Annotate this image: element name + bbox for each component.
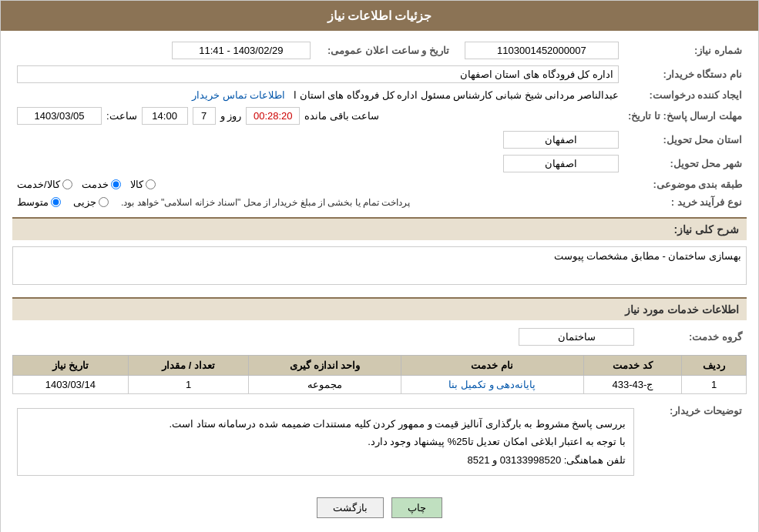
tarikhSaatElan-value: 1403/02/29 - 11:41 — [172, 42, 311, 59]
table-header-unit: واحد اندازه گیری — [249, 356, 401, 376]
noeFaraind-motavaset-radio[interactable] — [51, 197, 61, 207]
noeFaraind-motavaset[interactable]: متوسط — [17, 196, 61, 208]
shahr-label: شهر محل تحویل: — [623, 152, 747, 176]
noeFaraind-jozi[interactable]: جزیی — [73, 196, 109, 208]
print-button[interactable]: چاپ — [391, 497, 442, 518]
namDastgah-value: اداره کل فرودگاه های استان اصفهان — [17, 65, 619, 83]
back-button[interactable]: بازگشت — [317, 497, 384, 518]
cell-count: 1 — [128, 376, 249, 394]
tabaqebandi-kala-khadamat[interactable]: کالا/خدمت — [17, 179, 72, 190]
noeFaraind-label: نوع فرآیند خرید : — [623, 193, 747, 211]
table-header-count: تعداد / مقدار — [128, 356, 249, 376]
tabaqebandi-kala-radio[interactable] — [146, 179, 156, 189]
table-header-radif: ردیف — [682, 356, 747, 376]
cell-date: 1403/03/14 — [13, 376, 129, 394]
ijadKonande-label: ایجاد کننده درخواست: — [623, 86, 747, 104]
mohlat-remaining: 00:28:20 — [246, 107, 300, 125]
cell-unit: مجموعه — [249, 376, 401, 394]
groupKhadamat-value: ساختمان — [519, 328, 634, 346]
shomareNiaz-label: شماره نیاز: — [623, 38, 747, 62]
tabaqebandi-kala-khadamat-radio[interactable] — [62, 179, 72, 189]
tabaqebandi-khadamat-radio[interactable] — [111, 179, 121, 189]
ijadKonande-name: عبدالناصر مردانی شیخ شبانی کارشناس مسئول… — [294, 89, 619, 101]
noeFaraind-jozi-radio[interactable] — [99, 197, 109, 207]
tozihat-label: توضیحات خریدار: — [639, 400, 747, 483]
ijadKonande-link[interactable]: اطلاعات تماس خریدار — [192, 89, 285, 101]
noeFaraind-note: پرداخت تمام یا بخشی از مبلغ خریدار از مح… — [121, 197, 410, 208]
mohlat-day-label: روز و — [220, 110, 242, 122]
table-header-code: کد خدمت — [583, 356, 681, 376]
table-row: 1 ج-43-433 پایانه‌دهی و تکمیل بنا مجموعه… — [13, 376, 747, 394]
button-row: بازگشت چاپ — [12, 490, 747, 530]
groupKhadamat-label: گروه خدمت: — [639, 325, 747, 349]
tabaqebandi-label: طبقه بندی موضوعی: — [623, 176, 747, 193]
mohlat-remaining-label: ساعت باقی مانده — [304, 110, 379, 122]
mohlat-date: 1403/03/05 — [17, 107, 102, 125]
table-header-date: تاریخ نیاز — [13, 356, 129, 376]
mohlat-time: 14:00 — [142, 107, 188, 125]
mohlat-days: 7 — [193, 107, 216, 125]
mohlat-time-label: ساعت: — [106, 110, 137, 122]
mohlat-label: مهلت ارسال پاسخ: تا تاریخ: — [623, 104, 747, 128]
shahr-value: اصفهان — [503, 155, 619, 172]
tarikhSaatElan-label: تاریخ و ساعت اعلان عمومی: — [315, 38, 454, 62]
cell-radif: 1 — [682, 376, 747, 394]
sharhKolli-section-header: شرح کلی نیاز: — [12, 217, 747, 240]
shomareNiaz-value: 1103001452000007 — [465, 42, 619, 59]
tabaqebandi-kala[interactable]: کالا — [130, 179, 156, 190]
ostan-label: استان محل تحویل: — [623, 128, 747, 152]
table-header-name: نام خدمت — [401, 356, 583, 376]
sharhKolli-value: بهسازی ساختمان - مطابق مشخصات پیوست — [12, 246, 747, 285]
tabaqebandi-khadamat[interactable]: خدمت — [82, 179, 121, 190]
tozihat-value: بررسی پاسخ مشروط به بارگذاری آنالیز قیمت… — [17, 408, 634, 476]
cell-code: ج-43-433 — [583, 376, 681, 394]
page-title: جزئیات اطلاعات نیاز — [1, 1, 758, 31]
ostan-value: اصفهان — [503, 131, 619, 149]
namDastgah-label: نام دستگاه خریدار: — [623, 62, 747, 86]
services-section-header: اطلاعات خدمات مورد نیاز — [12, 297, 747, 320]
cell-name: پایانه‌دهی و تکمیل بنا — [401, 376, 583, 394]
